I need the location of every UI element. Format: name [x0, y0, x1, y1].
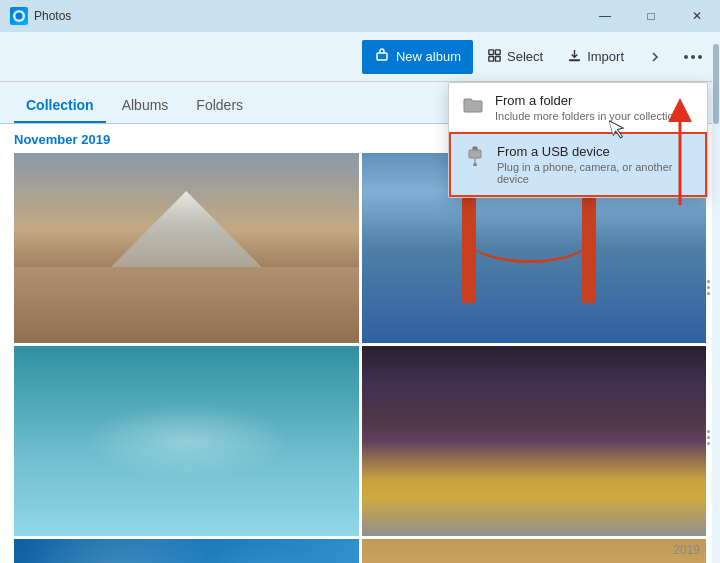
scrollbar-thumb[interactable]: [713, 44, 719, 124]
app-title: Photos: [34, 9, 71, 23]
more-button[interactable]: [676, 40, 710, 74]
maximize-button[interactable]: □: [628, 0, 674, 32]
bridge-cable: [462, 203, 597, 263]
toolbar: New album Select Import: [0, 32, 720, 82]
svg-point-11: [473, 163, 477, 166]
svg-rect-3: [489, 49, 494, 54]
dropdown-folder-title: From a folder: [495, 93, 693, 108]
title-bar: Photos — □ ✕: [0, 0, 720, 32]
close-button[interactable]: ✕: [674, 0, 720, 32]
tab-collection[interactable]: Collection: [14, 89, 106, 123]
dropdown-usb-desc: Plug in a phone, camera, or another devi…: [497, 161, 691, 185]
svg-rect-5: [489, 56, 494, 61]
dropdown-folder-desc: Include more folders in your collection: [495, 110, 693, 122]
more-dots-icon: [684, 55, 702, 59]
usb-icon: [465, 146, 485, 166]
photo-ship[interactable]: [362, 346, 707, 536]
edge-dot: [707, 280, 710, 283]
import-label: Import: [587, 49, 624, 64]
edge-dot: [707, 430, 710, 433]
scrollbar-track[interactable]: [712, 32, 720, 563]
import-dropdown: From a folder Include more folders in yo…: [448, 82, 708, 198]
svg-point-1: [16, 13, 23, 20]
folder-icon: [463, 95, 483, 115]
new-album-label: New album: [396, 49, 461, 64]
svg-rect-2: [377, 53, 387, 60]
edge-dot: [707, 292, 710, 295]
new-album-button[interactable]: New album: [362, 40, 473, 74]
select-label: Select: [507, 49, 543, 64]
select-button[interactable]: Select: [477, 40, 553, 74]
app-icon: [10, 7, 28, 25]
dropdown-item-folder-text: From a folder Include more folders in yo…: [495, 93, 693, 122]
edge-dots-bottom: [707, 430, 710, 445]
photo-boat-partial[interactable]: [362, 539, 707, 563]
svg-rect-7: [569, 59, 580, 61]
photo-grid: [0, 153, 720, 563]
dropdown-item-usb[interactable]: From a USB device Plug in a phone, camer…: [449, 132, 707, 197]
photo-swimmer[interactable]: [14, 346, 359, 536]
dropdown-item-usb-text: From a USB device Plug in a phone, camer…: [497, 144, 691, 185]
new-album-icon: [374, 47, 390, 66]
title-bar-left: Photos: [10, 7, 71, 25]
photo-mountain[interactable]: [14, 153, 359, 343]
svg-rect-6: [495, 56, 500, 61]
dropdown-usb-title: From a USB device: [497, 144, 691, 159]
tab-folders[interactable]: Folders: [184, 89, 255, 123]
photo-underwater[interactable]: [14, 539, 359, 563]
dropdown-item-folder[interactable]: From a folder Include more folders in yo…: [449, 83, 707, 132]
edge-dot: [707, 286, 710, 289]
year-label: 2019: [673, 543, 700, 557]
title-bar-controls: — □ ✕: [582, 0, 720, 32]
edge-dot: [707, 442, 710, 445]
edge-dot: [707, 436, 710, 439]
minimize-button[interactable]: —: [582, 0, 628, 32]
tab-albums[interactable]: Albums: [110, 89, 181, 123]
select-icon: [487, 48, 502, 66]
chevron-right-button[interactable]: [638, 40, 672, 74]
import-button[interactable]: Import: [557, 40, 634, 74]
svg-rect-4: [495, 49, 500, 54]
import-icon: [567, 48, 582, 66]
svg-rect-9: [469, 150, 481, 158]
edge-dots-top: [707, 280, 710, 295]
